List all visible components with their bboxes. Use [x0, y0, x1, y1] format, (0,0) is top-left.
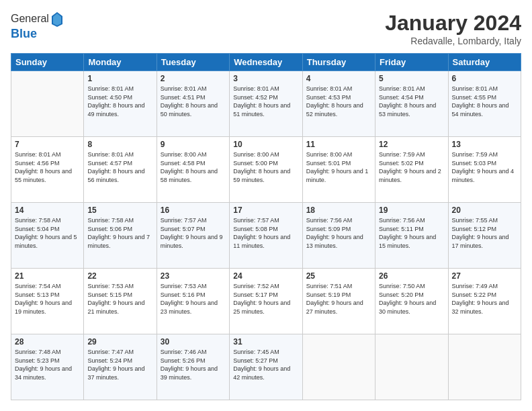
day-number: 17: [233, 205, 298, 215]
day-info: Sunrise: 7:58 AMSunset: 5:06 PMDaylight:…: [87, 217, 150, 249]
table-row: 19 Sunrise: 7:56 AMSunset: 5:11 PMDaylig…: [375, 203, 448, 269]
day-number: 25: [306, 271, 371, 281]
table-row: 8 Sunrise: 8:01 AMSunset: 4:57 PMDayligh…: [84, 137, 157, 203]
day-info: Sunrise: 7:53 AMSunset: 5:16 PMDaylight:…: [161, 283, 218, 315]
header: General Blue January 2024 Redavalle, Lom…: [11, 11, 521, 46]
table-row: 17 Sunrise: 7:57 AMSunset: 5:08 PMDaylig…: [230, 203, 302, 269]
table-row: 2 Sunrise: 8:01 AMSunset: 4:51 PMDayligh…: [157, 71, 229, 137]
table-row: 7 Sunrise: 8:01 AMSunset: 4:56 PMDayligh…: [11, 137, 84, 203]
header-friday: Friday: [375, 54, 448, 71]
table-row: 18 Sunrise: 7:56 AMSunset: 5:09 PMDaylig…: [302, 203, 375, 269]
day-info: Sunrise: 7:52 AMSunset: 5:17 PMDaylight:…: [233, 283, 290, 315]
day-info: Sunrise: 7:59 AMSunset: 5:02 PMDaylight:…: [379, 151, 441, 183]
day-number: 1: [87, 74, 152, 83]
day-number: 14: [15, 205, 80, 215]
header-wednesday: Wednesday: [230, 54, 302, 71]
day-info: Sunrise: 8:01 AMSunset: 4:51 PMDaylight:…: [161, 85, 218, 118]
day-number: 8: [87, 140, 152, 149]
day-number: 4: [306, 74, 371, 83]
table-row: 1 Sunrise: 8:01 AMSunset: 4:50 PMDayligh…: [84, 71, 157, 137]
day-number: 29: [87, 337, 152, 347]
table-row: 27 Sunrise: 7:49 AMSunset: 5:22 PMDaylig…: [448, 269, 521, 334]
day-info: Sunrise: 8:01 AMSunset: 4:54 PMDaylight:…: [379, 85, 436, 118]
calendar-week-row: 28 Sunrise: 7:48 AMSunset: 5:23 PMDaylig…: [11, 334, 521, 400]
table-row: [375, 334, 448, 400]
day-number: 26: [379, 271, 444, 281]
day-info: Sunrise: 7:56 AMSunset: 5:11 PMDaylight:…: [379, 217, 436, 249]
calendar-week-row: 7 Sunrise: 8:01 AMSunset: 4:56 PMDayligh…: [11, 137, 521, 203]
logo-blue-text: Blue: [11, 27, 37, 40]
day-info: Sunrise: 7:59 AMSunset: 5:03 PMDaylight:…: [452, 151, 515, 183]
calendar-table: Sunday Monday Tuesday Wednesday Thursday…: [11, 53, 521, 400]
day-number: 19: [379, 205, 444, 215]
day-info: Sunrise: 8:00 AMSunset: 5:01 PMDaylight:…: [306, 151, 369, 183]
day-number: 12: [379, 140, 444, 149]
day-number: 16: [161, 205, 226, 215]
table-row: 12 Sunrise: 7:59 AMSunset: 5:02 PMDaylig…: [375, 137, 448, 203]
day-info: Sunrise: 7:47 AMSunset: 5:24 PMDaylight:…: [87, 349, 144, 381]
day-info: Sunrise: 8:01 AMSunset: 4:53 PMDaylight:…: [306, 85, 363, 118]
header-tuesday: Tuesday: [157, 54, 229, 71]
day-number: 24: [233, 271, 298, 281]
header-saturday: Saturday: [448, 54, 521, 71]
day-number: 28: [15, 337, 80, 347]
logo: General Blue: [11, 11, 64, 41]
day-number: 23: [161, 271, 226, 281]
table-row: 6 Sunrise: 8:01 AMSunset: 4:55 PMDayligh…: [448, 71, 521, 137]
header-monday: Monday: [84, 54, 157, 71]
day-info: Sunrise: 7:54 AMSunset: 5:13 PMDaylight:…: [15, 283, 72, 315]
calendar-week-row: 21 Sunrise: 7:54 AMSunset: 5:13 PMDaylig…: [11, 269, 521, 334]
day-info: Sunrise: 8:00 AMSunset: 4:58 PMDaylight:…: [161, 151, 218, 183]
calendar-week-row: 1 Sunrise: 8:01 AMSunset: 4:50 PMDayligh…: [11, 71, 521, 137]
table-row: 9 Sunrise: 8:00 AMSunset: 4:58 PMDayligh…: [157, 137, 229, 203]
logo-icon: [50, 11, 64, 27]
header-sunday: Sunday: [11, 54, 84, 71]
day-number: 10: [233, 140, 298, 149]
table-row: 5 Sunrise: 8:01 AMSunset: 4:54 PMDayligh…: [375, 71, 448, 137]
table-row: 31 Sunrise: 7:45 AMSunset: 5:27 PMDaylig…: [230, 334, 302, 400]
day-info: Sunrise: 7:46 AMSunset: 5:26 PMDaylight:…: [161, 349, 218, 381]
day-info: Sunrise: 8:01 AMSunset: 4:52 PMDaylight:…: [233, 85, 290, 118]
table-row: 3 Sunrise: 8:01 AMSunset: 4:52 PMDayligh…: [230, 71, 302, 137]
table-row: 11 Sunrise: 8:00 AMSunset: 5:01 PMDaylig…: [302, 137, 375, 203]
day-number: 27: [452, 271, 517, 281]
table-row: 23 Sunrise: 7:53 AMSunset: 5:16 PMDaylig…: [157, 269, 229, 334]
table-row: 29 Sunrise: 7:47 AMSunset: 5:24 PMDaylig…: [84, 334, 157, 400]
table-row: 13 Sunrise: 7:59 AMSunset: 5:03 PMDaylig…: [448, 137, 521, 203]
day-number: 11: [306, 140, 371, 149]
logo-general-text: General: [11, 13, 49, 25]
day-info: Sunrise: 7:57 AMSunset: 5:08 PMDaylight:…: [233, 217, 290, 249]
table-row: 25 Sunrise: 7:51 AMSunset: 5:19 PMDaylig…: [302, 269, 375, 334]
day-number: 5: [379, 74, 444, 83]
day-number: 31: [233, 337, 298, 347]
calendar-subtitle: Redavalle, Lombardy, Italy: [385, 36, 521, 46]
day-info: Sunrise: 7:49 AMSunset: 5:22 PMDaylight:…: [452, 283, 509, 315]
day-info: Sunrise: 8:01 AMSunset: 4:55 PMDaylight:…: [452, 85, 509, 118]
day-info: Sunrise: 7:57 AMSunset: 5:07 PMDaylight:…: [161, 217, 223, 249]
table-row: 30 Sunrise: 7:46 AMSunset: 5:26 PMDaylig…: [157, 334, 229, 400]
day-number: 6: [452, 74, 517, 83]
calendar-week-row: 14 Sunrise: 7:58 AMSunset: 5:04 PMDaylig…: [11, 203, 521, 269]
day-number: 30: [161, 337, 226, 347]
day-info: Sunrise: 7:48 AMSunset: 5:23 PMDaylight:…: [15, 349, 72, 381]
day-number: 15: [87, 205, 152, 215]
calendar-title: January 2024: [385, 11, 521, 36]
day-number: 18: [306, 205, 371, 215]
day-info: Sunrise: 8:01 AMSunset: 4:57 PMDaylight:…: [87, 151, 144, 183]
table-row: 20 Sunrise: 7:55 AMSunset: 5:12 PMDaylig…: [448, 203, 521, 269]
day-info: Sunrise: 7:50 AMSunset: 5:20 PMDaylight:…: [379, 283, 436, 315]
day-info: Sunrise: 7:45 AMSunset: 5:27 PMDaylight:…: [233, 349, 290, 381]
day-info: Sunrise: 7:51 AMSunset: 5:19 PMDaylight:…: [306, 283, 363, 315]
table-row: 28 Sunrise: 7:48 AMSunset: 5:23 PMDaylig…: [11, 334, 84, 400]
table-row: 15 Sunrise: 7:58 AMSunset: 5:06 PMDaylig…: [84, 203, 157, 269]
day-info: Sunrise: 7:56 AMSunset: 5:09 PMDaylight:…: [306, 217, 363, 249]
day-info: Sunrise: 8:01 AMSunset: 4:56 PMDaylight:…: [15, 151, 72, 183]
page: General Blue January 2024 Redavalle, Lom…: [0, 0, 532, 411]
table-row: 10 Sunrise: 8:00 AMSunset: 5:00 PMDaylig…: [230, 137, 302, 203]
table-row: 22 Sunrise: 7:53 AMSunset: 5:15 PMDaylig…: [84, 269, 157, 334]
table-row: [11, 71, 84, 137]
table-row: [448, 334, 521, 400]
table-row: 14 Sunrise: 7:58 AMSunset: 5:04 PMDaylig…: [11, 203, 84, 269]
day-number: 7: [15, 140, 80, 149]
day-number: 22: [87, 271, 152, 281]
